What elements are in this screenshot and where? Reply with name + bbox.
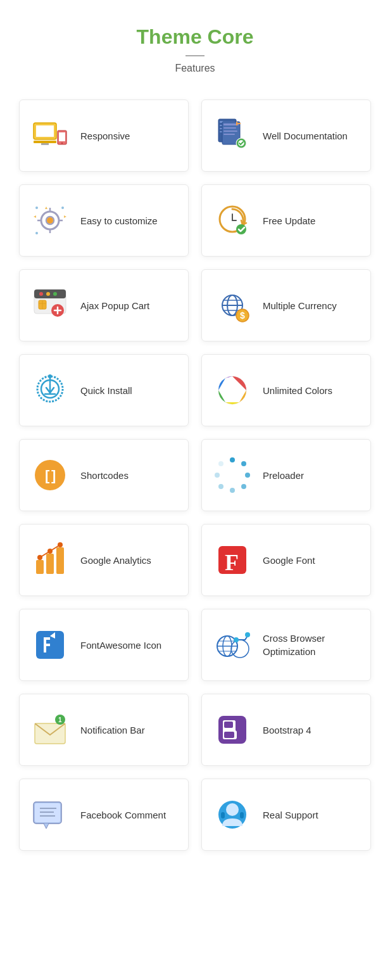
svg-point-38 bbox=[46, 292, 50, 296]
feature-label-google-analytics: Google Analytics bbox=[80, 554, 151, 567]
svg-point-68 bbox=[230, 488, 235, 493]
feature-card-cross-browser: Cross Browser Optimization bbox=[201, 609, 371, 681]
customize-icon bbox=[30, 200, 70, 241]
svg-point-106 bbox=[226, 803, 239, 816]
feature-label-ajax-popup-cart: Ajax Popup Cart bbox=[80, 299, 149, 312]
feature-label-preloader: Preloader bbox=[263, 469, 304, 482]
feature-card-real-support: Real Support bbox=[201, 779, 371, 851]
feature-card-ajax-popup-cart: Ajax Popup Cart bbox=[19, 269, 189, 341]
colors-icon bbox=[212, 370, 253, 410]
feature-card-quick-install: Quick Install bbox=[19, 354, 189, 426]
feature-card-multiple-currency: $ Multiple Currency bbox=[201, 269, 371, 341]
svg-rect-108 bbox=[240, 812, 244, 818]
svg-point-90 bbox=[245, 632, 250, 637]
svg-rect-2 bbox=[34, 141, 56, 143]
feature-card-facebook-comment: Facebook Comment bbox=[19, 779, 189, 851]
svg-point-64 bbox=[230, 457, 235, 462]
feature-label-google-font: Google Font bbox=[263, 554, 315, 567]
svg-rect-1 bbox=[36, 125, 54, 137]
feature-label-notification-bar: Notification Bar bbox=[80, 723, 145, 737]
feature-card-well-documentation: Well Documentation bbox=[201, 99, 371, 172]
preloader-icon bbox=[212, 455, 253, 495]
svg-rect-72 bbox=[36, 560, 44, 574]
feature-label-fontawesome-icon: FontAwesome Icon bbox=[80, 639, 161, 652]
page-title: Theme Core bbox=[13, 25, 377, 49]
svg-rect-5 bbox=[59, 132, 65, 141]
svg-point-89 bbox=[234, 637, 239, 642]
svg-text:[: [ bbox=[45, 468, 50, 483]
svg-rect-73 bbox=[46, 554, 54, 574]
feature-label-bootstrap4: Bootstrap 4 bbox=[263, 723, 311, 737]
support-icon bbox=[212, 794, 253, 835]
svg-rect-101 bbox=[35, 803, 60, 822]
feature-card-responsive: Responsive bbox=[19, 99, 189, 172]
svg-point-27 bbox=[47, 217, 53, 224]
svg-point-39 bbox=[53, 292, 57, 296]
feature-label-unlimited-colors: Unlimited Colors bbox=[263, 384, 332, 397]
svg-rect-3 bbox=[41, 143, 49, 145]
svg-point-71 bbox=[218, 461, 223, 466]
svg-point-69 bbox=[218, 484, 223, 489]
features-grid: Responsive Well Documentation bbox=[0, 93, 390, 870]
svg-point-66 bbox=[245, 473, 250, 478]
svg-rect-16 bbox=[223, 134, 235, 135]
svg-point-88 bbox=[231, 640, 249, 658]
feature-card-google-font: F Google Font bbox=[201, 524, 371, 596]
feature-label-shortcodes: Shortcodes bbox=[80, 469, 129, 482]
fontawesome-icon bbox=[30, 625, 70, 665]
svg-rect-74 bbox=[56, 547, 64, 574]
shortcodes-icon: [ ] bbox=[30, 455, 70, 495]
feature-card-bootstrap4: Bootstrap 4 bbox=[201, 694, 371, 766]
documentation-icon bbox=[212, 115, 253, 156]
notification-icon: 1 bbox=[30, 710, 70, 750]
install-icon bbox=[30, 370, 70, 410]
feature-card-preloader: Preloader bbox=[201, 439, 371, 511]
feature-card-free-update: Free Update bbox=[201, 184, 371, 257]
svg-point-28 bbox=[35, 207, 38, 209]
svg-point-6 bbox=[61, 143, 63, 144]
feature-card-fontawesome-icon: FontAwesome Icon bbox=[19, 609, 189, 681]
bootstrap-icon bbox=[212, 710, 253, 750]
feature-label-cross-browser: Cross Browser Optimization bbox=[263, 632, 360, 658]
font-icon: F bbox=[212, 540, 253, 580]
facebook-icon bbox=[30, 794, 70, 835]
svg-point-37 bbox=[39, 292, 43, 296]
svg-rect-97 bbox=[224, 722, 233, 728]
svg-point-65 bbox=[241, 461, 246, 466]
svg-rect-99 bbox=[224, 732, 234, 738]
svg-point-56 bbox=[48, 374, 52, 378]
feature-label-easy-to-customize: Easy to customize bbox=[80, 214, 158, 227]
responsive-icon bbox=[30, 115, 70, 156]
feature-label-free-update: Free Update bbox=[263, 214, 315, 227]
svg-text:$: $ bbox=[240, 310, 245, 321]
svg-point-30 bbox=[35, 232, 38, 234]
feature-label-quick-install: Quick Install bbox=[80, 384, 132, 397]
feature-label-well-documentation: Well Documentation bbox=[263, 129, 348, 143]
cart-icon bbox=[30, 285, 70, 326]
feature-card-notification-bar: 1 Notification Bar bbox=[19, 694, 189, 766]
feature-card-easy-to-customize: Easy to customize bbox=[19, 184, 189, 257]
feature-card-unlimited-colors: Unlimited Colors bbox=[201, 354, 371, 426]
svg-rect-107 bbox=[221, 812, 225, 818]
svg-point-61 bbox=[35, 460, 65, 490]
svg-point-34 bbox=[236, 224, 246, 234]
feature-label-facebook-comment: Facebook Comment bbox=[80, 808, 166, 822]
header: Theme Core Features bbox=[0, 0, 390, 93]
title-divider bbox=[186, 55, 204, 56]
update-icon bbox=[212, 200, 253, 241]
feature-card-google-analytics: Google Analytics bbox=[19, 524, 189, 596]
feature-label-responsive: Responsive bbox=[80, 129, 130, 143]
svg-text:]: ] bbox=[51, 468, 56, 483]
svg-text:1: 1 bbox=[58, 716, 62, 723]
svg-rect-14 bbox=[223, 127, 236, 129]
svg-point-29 bbox=[61, 207, 64, 209]
currency-icon: $ bbox=[212, 285, 253, 326]
svg-point-67 bbox=[241, 484, 246, 489]
svg-text:F: F bbox=[225, 550, 239, 575]
svg-rect-15 bbox=[223, 130, 237, 132]
browser-icon bbox=[212, 625, 253, 665]
analytics-icon bbox=[30, 540, 70, 580]
feature-card-shortcodes: [ ] Shortcodes bbox=[19, 439, 189, 511]
svg-point-60 bbox=[226, 384, 239, 397]
feature-label-multiple-currency: Multiple Currency bbox=[263, 299, 337, 312]
